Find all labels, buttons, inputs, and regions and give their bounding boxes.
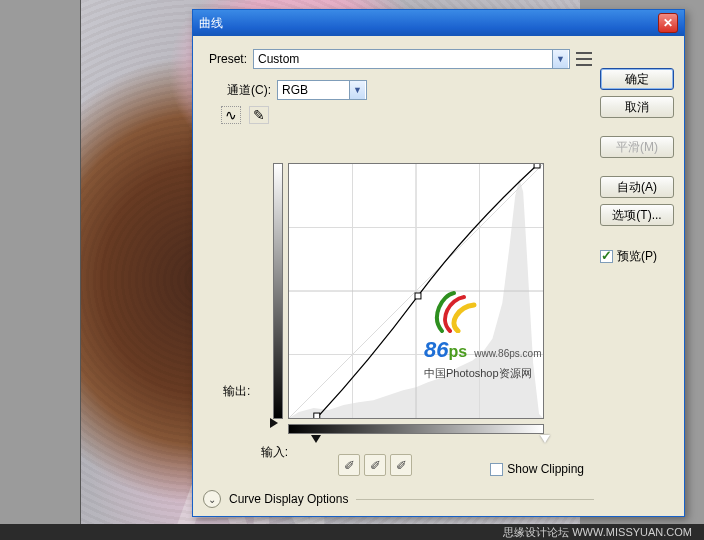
white-output-slider[interactable] — [270, 418, 278, 428]
cancel-button-label: 取消 — [625, 99, 649, 116]
input-label: 输入: — [228, 444, 288, 461]
titlebar[interactable]: 曲线 ✕ — [193, 10, 684, 36]
footer-text: 思缘设计论坛 WWW.MISSYUAN.COM — [503, 525, 692, 540]
display-options-row: ⌄ Curve Display Options — [203, 490, 594, 508]
curve-point-mid[interactable] — [415, 293, 421, 299]
draw-pencil-tool-icon[interactable]: ✎ — [249, 106, 269, 124]
auto-button[interactable]: 自动(A) — [600, 176, 674, 198]
preview-row: 预览(P) — [600, 248, 674, 265]
draw-curve-tool-icon[interactable]: ∿ — [221, 106, 241, 124]
watermark-logo: 86ps www.86ps.com 中国Photoshop资源网 — [424, 287, 574, 381]
preview-checkbox[interactable] — [600, 250, 613, 263]
curves-dialog: 曲线 ✕ Preset: Custom ▼ 通道(C): RGB ▼ ∿ ✎ — [192, 9, 685, 517]
channel-value: RGB — [282, 83, 308, 97]
smooth-button[interactable]: 平滑(M) — [600, 136, 674, 158]
channel-label: 通道(C): — [213, 82, 271, 99]
samplers-row: ✐ ✐ ✐ — [338, 454, 412, 476]
chevron-down-icon: ▼ — [552, 50, 568, 68]
input-gradient-bar — [288, 424, 544, 434]
ok-button[interactable]: 确定 — [600, 68, 674, 90]
preset-value: Custom — [258, 52, 299, 66]
auto-button-label: 自动(A) — [617, 179, 657, 196]
show-clipping-checkbox[interactable] — [490, 463, 503, 476]
gray-point-dropper-icon[interactable]: ✐ — [364, 454, 386, 476]
logo-ps: ps — [448, 343, 467, 360]
preset-label: Preset: — [203, 52, 247, 66]
footer-bar: 思缘设计论坛 WWW.MISSYUAN.COM — [0, 524, 704, 540]
show-clipping-row: Show Clipping — [490, 462, 584, 476]
show-clipping-label: Show Clipping — [507, 462, 584, 476]
channel-select[interactable]: RGB ▼ — [277, 80, 367, 100]
chevron-down-icon: ▼ — [349, 81, 365, 99]
preview-label: 预览(P) — [617, 248, 657, 265]
dialog-body: Preset: Custom ▼ 通道(C): RGB ▼ ∿ ✎ — [193, 36, 684, 516]
buttons-column: 确定 取消 平滑(M) 自动(A) 选项(T)... 预览(P) — [600, 68, 674, 265]
black-point-dropper-icon[interactable]: ✐ — [338, 454, 360, 476]
cancel-button[interactable]: 取消 — [600, 96, 674, 118]
white-point-dropper-icon[interactable]: ✐ — [390, 454, 412, 476]
logo-sub: 中国Photoshop资源网 — [424, 367, 532, 379]
separator-line — [356, 499, 594, 500]
dialog-title: 曲线 — [199, 15, 658, 32]
output-label: 输出: — [223, 383, 250, 400]
close-button[interactable]: ✕ — [658, 13, 678, 33]
curve-point-black[interactable] — [314, 413, 320, 418]
display-options-label: Curve Display Options — [229, 492, 348, 506]
white-input-slider[interactable] — [540, 435, 550, 443]
logo-url: www.86ps.com — [474, 348, 541, 359]
smooth-button-label: 平滑(M) — [616, 139, 658, 156]
black-input-slider[interactable] — [311, 435, 321, 443]
options-button[interactable]: 选项(T)... — [600, 204, 674, 226]
ok-button-label: 确定 — [625, 71, 649, 88]
preset-menu-icon[interactable] — [576, 52, 592, 66]
output-gradient-bar — [273, 163, 283, 419]
disclosure-toggle-icon[interactable]: ⌄ — [203, 490, 221, 508]
preset-select[interactable]: Custom ▼ — [253, 49, 570, 69]
curve-point-white[interactable] — [534, 164, 540, 168]
options-button-label: 选项(T)... — [612, 207, 661, 224]
logo-86: 86 — [424, 337, 448, 362]
